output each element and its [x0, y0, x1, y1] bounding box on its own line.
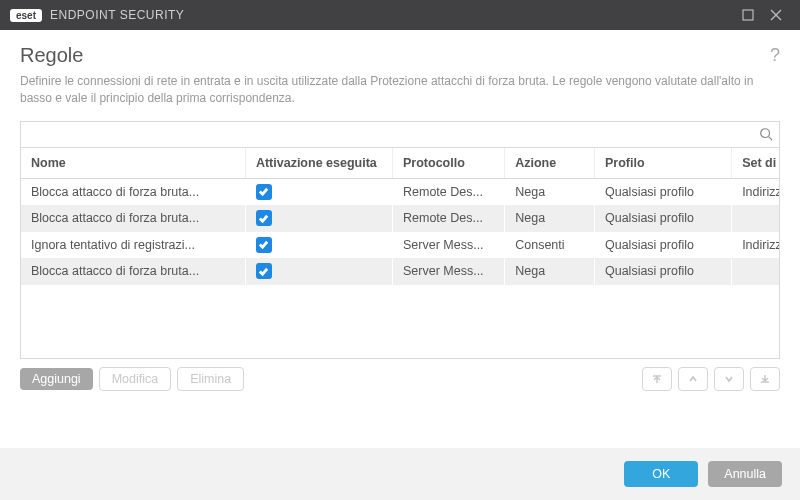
page-heading-row: Regole ?: [20, 44, 780, 67]
search-bar[interactable]: [21, 122, 779, 148]
brand-logo: eset: [10, 9, 42, 22]
header-row: Nome Attivazione eseguita Protocollo Azi…: [21, 148, 779, 179]
cell-action: Nega: [505, 258, 595, 285]
table-row[interactable]: Blocca attacco di forza bruta...Remote D…: [21, 178, 779, 205]
table-row[interactable]: Ignora tentativo di registrazi...Server …: [21, 232, 779, 259]
cell-activation: [245, 232, 392, 259]
cell-protocol: Remote Des...: [393, 178, 505, 205]
cell-name: Ignora tentativo di registrazi...: [21, 232, 245, 259]
close-button[interactable]: [762, 1, 790, 29]
cell-origin-ip: [732, 258, 779, 285]
svg-point-1: [761, 129, 770, 138]
content: Regole ? Definire le connessioni di rete…: [0, 30, 800, 393]
minimize-button[interactable]: [734, 1, 762, 29]
cell-action: Consenti: [505, 232, 595, 259]
ok-button[interactable]: OK: [624, 461, 698, 487]
checkbox-icon[interactable]: [256, 210, 272, 226]
cell-action: Nega: [505, 205, 595, 232]
page-title: Regole: [20, 44, 770, 67]
cancel-button[interactable]: Annulla: [708, 461, 782, 487]
rules-table-scroll[interactable]: Nome Attivazione eseguita Protocollo Azi…: [21, 148, 779, 358]
col-profile[interactable]: Profilo: [594, 148, 731, 179]
cell-protocol: Remote Des...: [393, 205, 505, 232]
table-row[interactable]: Blocca attacco di forza bruta...Server M…: [21, 258, 779, 285]
cell-profile: Qualsiasi profilo: [594, 178, 731, 205]
svg-rect-0: [743, 10, 753, 20]
cell-profile: Qualsiasi profilo: [594, 232, 731, 259]
checkbox-icon[interactable]: [256, 237, 272, 253]
cell-protocol: Server Mess...: [393, 258, 505, 285]
col-name[interactable]: Nome: [21, 148, 245, 179]
cell-name: Blocca attacco di forza bruta...: [21, 205, 245, 232]
add-button[interactable]: Aggiungi: [20, 368, 93, 390]
help-icon[interactable]: ?: [770, 45, 780, 66]
delete-button[interactable]: Elimina: [177, 367, 244, 391]
col-activation[interactable]: Attivazione eseguita: [245, 148, 392, 179]
cell-profile: Qualsiasi profilo: [594, 205, 731, 232]
cell-name: Blocca attacco di forza bruta...: [21, 178, 245, 205]
move-bottom-button[interactable]: [750, 367, 780, 391]
move-down-button[interactable]: [714, 367, 744, 391]
toolbar: Aggiungi Modifica Elimina: [20, 359, 780, 393]
checkbox-icon[interactable]: [256, 263, 272, 279]
cell-action: Nega: [505, 178, 595, 205]
table-row[interactable]: Blocca attacco di forza bruta...Remote D…: [21, 205, 779, 232]
rules-table: Nome Attivazione eseguita Protocollo Azi…: [21, 148, 779, 285]
titlebar: eset ENDPOINT SECURITY: [0, 0, 800, 30]
brand: eset ENDPOINT SECURITY: [10, 8, 184, 22]
col-origin-ip[interactable]: Set di IP di origine: [732, 148, 779, 179]
move-top-button[interactable]: [642, 367, 672, 391]
cell-activation: [245, 205, 392, 232]
cell-origin-ip: Indirizzi locali, Indirizzi privati: [732, 178, 779, 205]
cell-origin-ip: Indirizzi locali, Indirizzi privati: [732, 232, 779, 259]
cell-activation: [245, 258, 392, 285]
page-description: Definire le connessioni di rete in entra…: [20, 73, 780, 107]
cell-protocol: Server Mess...: [393, 232, 505, 259]
move-up-button[interactable]: [678, 367, 708, 391]
cell-profile: Qualsiasi profilo: [594, 258, 731, 285]
col-protocol[interactable]: Protocollo: [393, 148, 505, 179]
cell-name: Blocca attacco di forza bruta...: [21, 258, 245, 285]
checkbox-icon[interactable]: [256, 184, 272, 200]
footer: OK Annulla: [0, 448, 800, 500]
search-icon: [759, 127, 773, 141]
cell-activation: [245, 178, 392, 205]
rules-panel: Nome Attivazione eseguita Protocollo Azi…: [20, 121, 780, 359]
product-name: ENDPOINT SECURITY: [50, 8, 184, 22]
cell-origin-ip: [732, 205, 779, 232]
edit-button[interactable]: Modifica: [99, 367, 172, 391]
col-action[interactable]: Azione: [505, 148, 595, 179]
